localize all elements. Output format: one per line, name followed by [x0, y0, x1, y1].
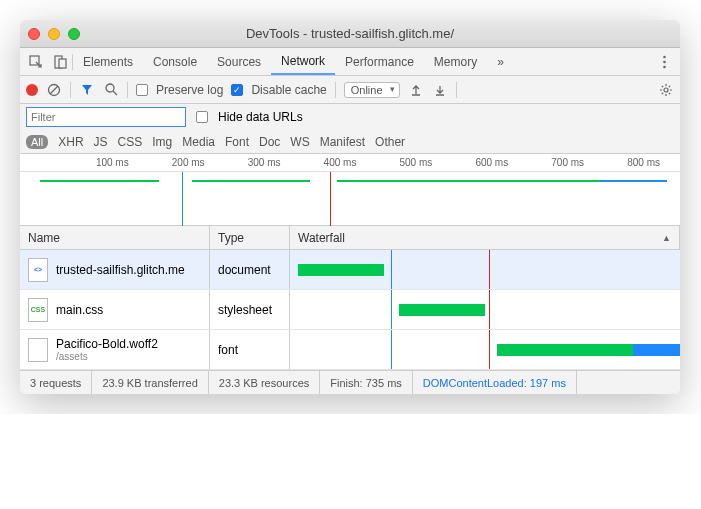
overview-body	[20, 172, 680, 226]
request-type: stylesheet	[210, 290, 290, 329]
separator	[335, 82, 336, 98]
table-row[interactable]: Pacifico-Bold.woff2/assetsfont	[20, 330, 680, 370]
tab-performance[interactable]: Performance	[335, 48, 424, 75]
tab-console[interactable]: Console	[143, 48, 207, 75]
type-all[interactable]: All	[26, 135, 48, 149]
waterfall-cell	[290, 290, 680, 329]
search-icon[interactable]	[103, 82, 119, 98]
tab-sources[interactable]: Sources	[207, 48, 271, 75]
more-tabs-button[interactable]: »	[487, 48, 514, 75]
svg-line-7	[50, 86, 58, 94]
window-title: DevTools - trusted-sailfish.glitch.me/	[20, 26, 680, 41]
filter-input[interactable]	[26, 107, 186, 127]
ruler-tick: 400 ms	[324, 157, 357, 168]
ruler-tick: 600 ms	[475, 157, 508, 168]
column-name[interactable]: Name	[20, 226, 210, 249]
waterfall-bar	[298, 264, 384, 276]
table-header: Name Type Waterfall ▲	[20, 226, 680, 250]
download-icon[interactable]	[432, 82, 448, 98]
svg-point-4	[663, 60, 666, 63]
type-manifest[interactable]: Manifest	[320, 135, 365, 149]
status-requests: 3 requests	[20, 371, 92, 394]
column-type[interactable]: Type	[210, 226, 290, 249]
table-row[interactable]: <>trusted-sailfish.glitch.medocument	[20, 250, 680, 290]
ruler-tick: 300 ms	[248, 157, 281, 168]
upload-icon[interactable]	[408, 82, 424, 98]
record-button[interactable]	[26, 84, 38, 96]
tab-memory[interactable]: Memory	[424, 48, 487, 75]
preserve-log-checkbox[interactable]	[136, 84, 148, 96]
overview-bar	[337, 180, 601, 182]
column-waterfall[interactable]: Waterfall ▲	[290, 226, 680, 249]
request-type: font	[210, 330, 290, 369]
overview-bar	[601, 180, 667, 182]
waterfall-marker	[489, 290, 490, 329]
ruler-tick: 700 ms	[551, 157, 584, 168]
overview-timeline[interactable]: 100 ms200 ms300 ms400 ms500 ms600 ms700 …	[20, 154, 680, 226]
waterfall-cell	[290, 330, 680, 369]
svg-point-5	[663, 65, 666, 68]
status-bar: 3 requests 23.9 KB transferred 23.3 KB r…	[20, 370, 680, 394]
type-img[interactable]: Img	[152, 135, 172, 149]
disable-cache-label: Disable cache	[251, 83, 326, 97]
font-file-icon	[28, 338, 48, 362]
settings-icon[interactable]	[658, 82, 674, 98]
svg-point-12	[664, 88, 668, 92]
type-xhr[interactable]: XHR	[58, 135, 83, 149]
filter-icon[interactable]	[79, 82, 95, 98]
request-name: main.css	[56, 303, 103, 317]
sort-arrow-icon: ▲	[662, 233, 671, 243]
device-icon[interactable]	[48, 50, 72, 74]
request-table: <>trusted-sailfish.glitch.medocumentCSSm…	[20, 250, 680, 370]
ruler-tick: 800 ms	[627, 157, 660, 168]
doc-file-icon: <>	[28, 258, 48, 282]
type-media[interactable]: Media	[182, 135, 215, 149]
preserve-log-label: Preserve log	[156, 83, 223, 97]
request-type: document	[210, 250, 290, 289]
kebab-menu-icon[interactable]	[652, 50, 676, 74]
waterfall-marker	[391, 290, 392, 329]
overview-bar	[192, 180, 311, 182]
request-name: Pacifico-Bold.woff2/assets	[56, 337, 158, 362]
type-css[interactable]: CSS	[118, 135, 143, 149]
request-name: trusted-sailfish.glitch.me	[56, 263, 185, 277]
svg-line-9	[113, 91, 117, 95]
ruler-tick: 200 ms	[172, 157, 205, 168]
throttling-select[interactable]: Online	[344, 82, 400, 98]
waterfall-marker	[489, 330, 490, 369]
overview-bar	[40, 180, 159, 182]
tab-elements[interactable]: Elements	[73, 48, 143, 75]
hide-data-urls-label: Hide data URLs	[218, 110, 303, 124]
inspect-icon[interactable]	[24, 50, 48, 74]
table-row[interactable]: CSSmain.cssstylesheet	[20, 290, 680, 330]
type-doc[interactable]: Doc	[259, 135, 280, 149]
separator	[70, 82, 71, 98]
disable-cache-checkbox[interactable]: ✓	[231, 84, 243, 96]
request-types: AllXHRJSCSSImgMediaFontDocWSManifestOthe…	[20, 130, 680, 154]
status-dcl: DOMContentLoaded: 197 ms	[413, 371, 577, 394]
hide-data-urls-checkbox[interactable]	[196, 111, 208, 123]
type-font[interactable]: Font	[225, 135, 249, 149]
css-file-icon: CSS	[28, 298, 48, 322]
svg-point-8	[106, 84, 114, 92]
tab-network[interactable]: Network	[271, 48, 335, 75]
overview-marker	[330, 172, 331, 226]
panel-tabs: ElementsConsoleSourcesNetworkPerformance…	[20, 48, 680, 76]
svg-rect-2	[59, 59, 66, 68]
waterfall-marker	[489, 250, 490, 289]
type-js[interactable]: JS	[94, 135, 108, 149]
waterfall-marker	[391, 330, 392, 369]
timeline-ruler: 100 ms200 ms300 ms400 ms500 ms600 ms700 …	[20, 154, 680, 172]
type-ws[interactable]: WS	[290, 135, 309, 149]
filter-row: Hide data URLs	[20, 104, 680, 130]
clear-icon[interactable]	[46, 82, 62, 98]
separator	[127, 82, 128, 98]
overview-marker	[182, 172, 183, 226]
separator	[456, 82, 457, 98]
status-finish: Finish: 735 ms	[320, 371, 413, 394]
waterfall-bar	[633, 344, 680, 356]
status-resources: 23.3 KB resources	[209, 371, 321, 394]
waterfall-cell	[290, 250, 680, 289]
type-other[interactable]: Other	[375, 135, 405, 149]
ruler-tick: 500 ms	[400, 157, 433, 168]
